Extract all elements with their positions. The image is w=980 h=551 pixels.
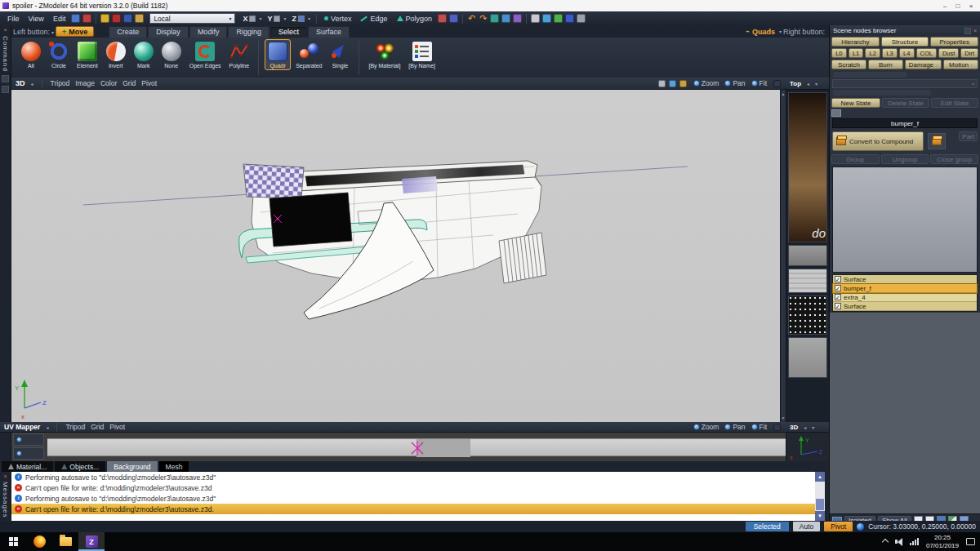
select-quadr-tool[interactable]: Quadr <box>265 39 291 70</box>
scroll-thumb[interactable] <box>816 499 824 510</box>
move-tool-button[interactable]: + Move <box>56 26 94 37</box>
tab-structure[interactable]: Structure <box>881 37 929 47</box>
lod-l2-button[interactable]: L2 <box>865 48 880 58</box>
lod-l1-button[interactable]: L1 <box>849 48 864 58</box>
texture-thumbnail[interactable] <box>788 295 827 335</box>
fit-control[interactable]: Fit <box>751 79 767 87</box>
compound-icon[interactable] <box>928 133 946 149</box>
node-row-surface[interactable]: Surface <box>833 275 977 284</box>
tab-objects[interactable]: Objects... <box>55 461 105 472</box>
log-row[interactable]: iPerforming autosave to "d:\modding\zmod… <box>11 472 815 482</box>
select-all-tool[interactable]: All <box>18 39 44 70</box>
network-icon[interactable] <box>910 538 919 545</box>
tab-display[interactable]: Display <box>148 26 189 38</box>
select-by-material-tool[interactable]: [By Material] <box>365 39 403 70</box>
lod-l4-button[interactable]: L4 <box>899 48 915 58</box>
select-open-edges-tool[interactable]: Open Edges <box>186 39 225 70</box>
uv-menu-grid[interactable]: Grid <box>91 423 104 431</box>
edit-state-button[interactable]: Edit State <box>931 98 978 108</box>
node-row-surface-2[interactable]: Surface <box>833 302 977 311</box>
visibility-checkbox[interactable] <box>835 276 841 282</box>
motion-button[interactable]: Motion <box>943 60 978 69</box>
log-scrollbar[interactable]: ▲ ▼ <box>815 472 825 521</box>
delete-icon[interactable] <box>112 14 121 23</box>
collapse-icon[interactable]: ◂ <box>804 424 806 430</box>
close-icon[interactable]: × <box>973 28 977 33</box>
coord-space-select[interactable]: Local ▾ <box>149 13 235 24</box>
start-button[interactable] <box>0 532 26 551</box>
log-row[interactable]: iPerforming autosave to "d:\modding\zmod… <box>11 493 815 504</box>
pin-icon[interactable] <box>964 28 971 34</box>
notification-icon[interactable] <box>966 538 975 545</box>
draw-icon[interactable] <box>658 80 666 87</box>
maximize-view-icon[interactable] <box>773 424 781 431</box>
collapse-icon[interactable]: ◂ <box>31 81 33 87</box>
group-button[interactable]: Group <box>831 154 880 164</box>
pin-icon[interactable] <box>2 75 9 82</box>
node-row-extra-4[interactable]: extra_4 <box>833 293 977 302</box>
select-none-tool[interactable]: None <box>158 39 185 70</box>
camera-icon[interactable] <box>577 14 586 23</box>
select-by-name-tool[interactable]: [By Name] <box>405 39 439 70</box>
convert-to-compound-button[interactable]: Convert to Compound <box>832 131 924 151</box>
delete-state-button[interactable]: Delete State <box>882 98 929 108</box>
tab-select[interactable]: Select <box>270 26 307 38</box>
part-button[interactable]: Part <box>959 131 978 141</box>
scroll-up-icon[interactable]: ▲ <box>815 472 825 482</box>
select-mark-tool[interactable]: Mark <box>131 39 157 70</box>
viewport-menu-tripod[interactable]: Tripod <box>51 79 70 87</box>
menu-view[interactable]: View <box>24 15 48 23</box>
render-icon[interactable] <box>513 14 522 23</box>
pivot-mode-button[interactable]: Pivot <box>824 522 853 531</box>
y-axis-button[interactable]: Y <box>265 12 288 24</box>
viewport-menu-pivot[interactable]: Pivot <box>141 79 157 87</box>
scratch-button[interactable]: Scratch <box>831 60 866 69</box>
scroll-down-icon[interactable]: ▼ <box>815 511 825 521</box>
uv-strip[interactable] <box>47 438 786 456</box>
grid-icon[interactable] <box>554 14 563 23</box>
texture-thumbnail[interactable] <box>788 337 827 378</box>
settings-icon[interactable] <box>71 14 80 23</box>
scroll-up-icon[interactable]: ▲ <box>782 91 786 96</box>
left-button-label[interactable]: Left button: <box>13 28 54 36</box>
select-polyline-tool[interactable]: Polyline <box>226 39 253 70</box>
viewport-scrollbar[interactable]: ▲ ▼ <box>780 90 786 422</box>
pan-control[interactable]: Pan <box>724 79 745 87</box>
close-icon[interactable]: × <box>3 473 7 479</box>
axes-icon[interactable] <box>565 14 574 23</box>
tab-mesh[interactable]: Mesh <box>159 461 189 472</box>
collapse-icon[interactable]: ◂ <box>46 424 48 430</box>
dock-icon[interactable] <box>2 86 9 93</box>
viewport-menu-color[interactable]: Color <box>100 79 117 87</box>
auto-mode-button[interactable]: Auto <box>793 522 821 531</box>
uv-zoom-control[interactable]: Zoom <box>693 423 719 431</box>
measure-icon[interactable] <box>542 14 551 23</box>
z-axis-button[interactable]: Z <box>289 12 313 24</box>
chevron-down-icon[interactable]: ▾ <box>812 424 814 430</box>
taskbar-explorer[interactable] <box>52 532 78 551</box>
redo-icon[interactable]: ↷ <box>478 14 488 23</box>
texture-thumbnail[interactable] <box>788 245 827 266</box>
vertex-mode-button[interactable]: Vertex <box>320 12 356 24</box>
uv-menu-tripod[interactable]: Tripod <box>65 423 85 431</box>
visibility-checkbox[interactable] <box>835 294 841 300</box>
quads-tool-button[interactable]: ⌁ Quads <box>746 28 782 36</box>
mini-3d-view[interactable]: Y Z x <box>786 433 829 461</box>
tray-expand-icon[interactable] <box>882 538 889 544</box>
lod-col-button[interactable]: COL <box>916 48 937 58</box>
lod-dust-button[interactable]: Dust <box>938 48 959 58</box>
tab-surface[interactable]: Surface <box>308 26 350 38</box>
visibility-checkbox[interactable] <box>835 285 841 291</box>
folder-icon[interactable] <box>135 14 144 23</box>
taskbar-zmodeler[interactable]: Z <box>78 532 105 551</box>
mini-3d-label[interactable]: 3D <box>790 424 798 431</box>
tab-material[interactable]: Material... <box>2 461 53 472</box>
ungroup-button[interactable]: Ungroup <box>881 154 929 164</box>
close-icon[interactable]: × <box>3 27 7 33</box>
log-row[interactable]: ×Can't open file for write: d:\modding\z… <box>11 482 815 493</box>
select-invert-tool[interactable]: Invert <box>103 39 129 70</box>
taskbar-firefox[interactable] <box>26 532 52 551</box>
help-icon[interactable] <box>82 14 91 23</box>
tab-background[interactable]: Background <box>107 461 157 472</box>
menu-file[interactable]: File <box>3 15 24 23</box>
